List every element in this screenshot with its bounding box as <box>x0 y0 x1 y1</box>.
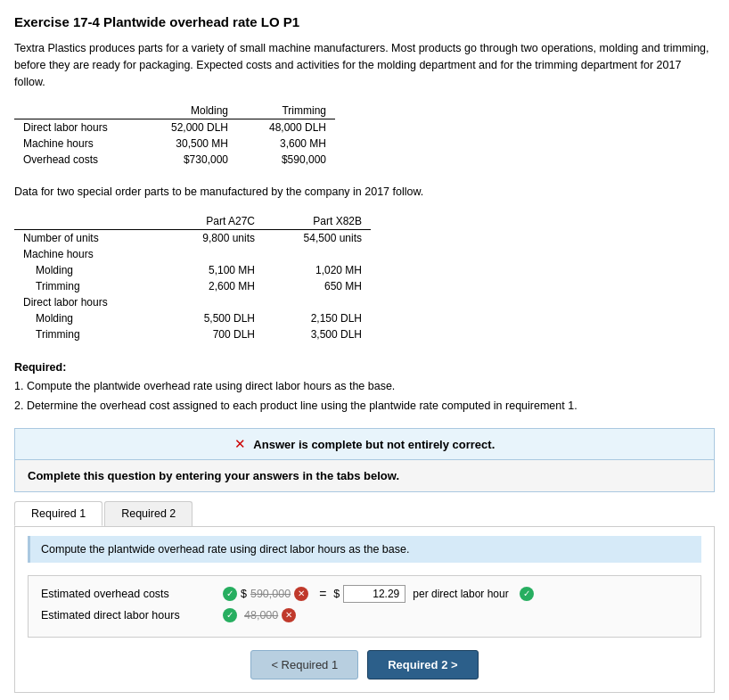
dollar-sign-2: $ <box>333 588 340 600</box>
table-row: Molding5,500 DLH2,150 DLH <box>14 310 371 326</box>
table-cell: Direct labor hours <box>14 294 157 310</box>
overhead-costs-check-icon: ✓ <box>223 587 237 601</box>
nav-buttons: < Required 1 Required 2 > <box>28 650 701 679</box>
parts-intro: Data for two special order parts to be m… <box>14 184 715 201</box>
table-row: Direct labor hours <box>14 294 371 310</box>
table-cell: 5,500 DLH <box>157 310 264 326</box>
table-cell: Direct labor hours <box>14 119 139 136</box>
prev-button[interactable]: < Required 1 <box>250 650 358 679</box>
intro-text: Textra Plastics produces parts for a var… <box>14 40 715 90</box>
table-cell: Machine hours <box>14 136 139 152</box>
table-cell: Trimming <box>14 326 157 342</box>
table-row: Trimming700 DLH3,500 DLH <box>14 326 371 342</box>
table-cell: 2,150 DLH <box>264 310 371 326</box>
table-cell: $730,000 <box>139 152 237 168</box>
overhead-rate-input[interactable] <box>343 585 405 603</box>
overhead-costs-label: Estimated overhead costs <box>41 588 219 600</box>
table-cell: 5,100 MH <box>157 262 264 278</box>
table-cell: 30,500 MH <box>139 136 237 152</box>
dollar-sign-1: $ <box>241 588 247 600</box>
dept-col-empty <box>14 103 139 119</box>
table-row: Machine hours <box>14 246 371 262</box>
answer-banner-text: Answer is complete but not entirely corr… <box>253 438 495 451</box>
input-area: Estimated overhead costs ✓ $ 590,000 ✕ =… <box>28 575 701 638</box>
next-button[interactable]: Required 2 > <box>367 650 478 679</box>
answer-banner: ✕ Answer is complete but not entirely co… <box>14 428 715 460</box>
overhead-costs-row: Estimated overhead costs ✓ $ 590,000 ✕ =… <box>41 585 688 603</box>
tab-required-2[interactable]: Required 2 <box>104 501 192 526</box>
parts-col-a27c: Part A27C <box>157 213 264 230</box>
x-icon: ✕ <box>234 436 246 451</box>
table-cell <box>264 294 371 310</box>
per-direct-labor-label: per direct labor hour <box>413 588 508 600</box>
table-row: Trimming2,600 MH650 MH <box>14 278 371 294</box>
table-cell: Molding <box>14 310 157 326</box>
table-cell: 700 DLH <box>157 326 264 342</box>
table-cell: 3,600 MH <box>237 136 335 152</box>
complete-section: Complete this question by entering your … <box>14 460 715 492</box>
dlh-x-icon[interactable]: ✕ <box>282 608 296 622</box>
table-cell: Trimming <box>14 278 157 294</box>
required-label: Required: <box>14 361 66 374</box>
overhead-costs-x-icon[interactable]: ✕ <box>294 587 308 601</box>
direct-labor-hours-label: Estimated direct labor hours <box>41 609 219 622</box>
page-title: Exercise 17-4 Plantwide overhead rate LO… <box>14 14 715 29</box>
table-cell: 48,000 DLH <box>237 119 335 136</box>
table-cell: 2,600 MH <box>157 278 264 294</box>
table-cell: 650 MH <box>264 278 371 294</box>
required-section: Required: 1. Compute the plantwide overh… <box>14 358 715 416</box>
dlh-check-icon: ✓ <box>223 608 237 622</box>
table-row: Machine hours30,500 MH3,600 MH <box>14 136 335 152</box>
table-cell: 1,020 MH <box>264 262 371 278</box>
tab-description: Compute the plantwide overhead rate usin… <box>28 536 701 563</box>
required-item-2: 2. Determine the overhead cost assigned … <box>14 399 577 412</box>
table-cell: Machine hours <box>14 246 157 262</box>
table-row: Molding5,100 MH1,020 MH <box>14 262 371 278</box>
overhead-costs-strikethrough: 590,000 <box>250 588 291 600</box>
table-cell: 9,800 units <box>157 230 264 247</box>
required-item-1: 1. Compute the plantwide overhead rate u… <box>14 380 395 392</box>
rate-check-icon: ✓ <box>520 587 534 601</box>
direct-labor-hours-row: Estimated direct labor hours ✓ 48,000 ✕ <box>41 608 688 622</box>
table-cell: Overhead costs <box>14 152 139 168</box>
table-row: Overhead costs$730,000$590,000 <box>14 152 335 168</box>
parts-col-empty <box>14 213 157 230</box>
table-cell: 54,500 units <box>264 230 371 247</box>
table-row: Direct labor hours52,000 DLH48,000 DLH <box>14 119 335 136</box>
tab-required-1[interactable]: Required 1 <box>14 501 102 526</box>
tabs-row: Required 1 Required 2 <box>14 501 715 527</box>
dept-table: Molding Trimming Direct labor hours52,00… <box>14 103 335 168</box>
table-cell: Molding <box>14 262 157 278</box>
dept-col-molding: Molding <box>139 103 237 119</box>
table-cell: 3,500 DLH <box>264 326 371 342</box>
complete-text: Complete this question by entering your … <box>28 469 399 482</box>
table-cell <box>157 246 264 262</box>
dept-col-trimming: Trimming <box>237 103 335 119</box>
table-cell <box>157 294 264 310</box>
table-cell: Number of units <box>14 230 157 247</box>
table-cell <box>264 246 371 262</box>
table-cell: 52,000 DLH <box>139 119 237 136</box>
tab-content: Compute the plantwide overhead rate usin… <box>14 527 715 693</box>
table-cell: $590,000 <box>237 152 335 168</box>
parts-table: Part A27C Part X82B Number of units9,800… <box>14 213 371 342</box>
dlh-strikethrough: 48,000 <box>244 609 278 622</box>
parts-col-x82b: Part X82B <box>264 213 371 230</box>
equals-sign: = <box>319 587 326 601</box>
table-row: Number of units9,800 units54,500 units <box>14 230 371 247</box>
